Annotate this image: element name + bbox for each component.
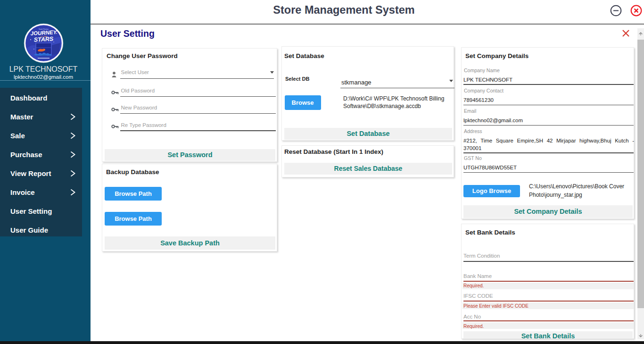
svg-text:STARS: STARS	[33, 35, 54, 43]
